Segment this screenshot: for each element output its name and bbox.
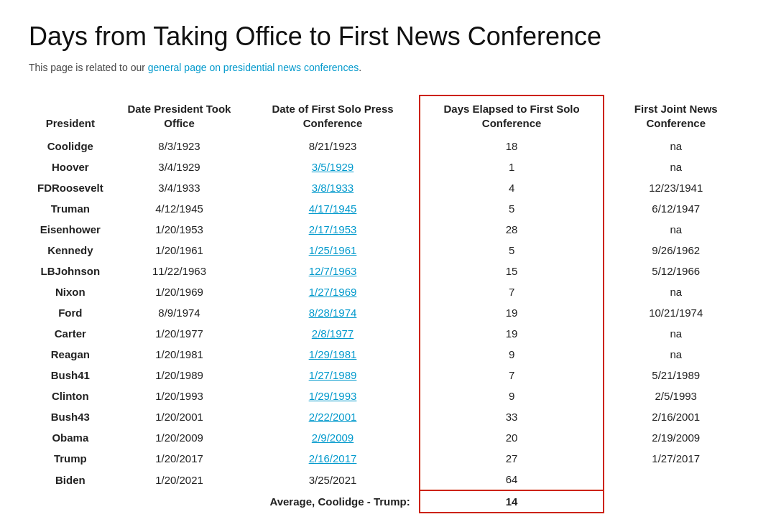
table-row: Biden1/20/20213/25/202164 [29, 469, 747, 490]
cell-took-office: 1/20/1981 [112, 344, 247, 365]
cell-president: Kennedy [29, 240, 112, 261]
col-header-president: President [29, 95, 112, 136]
cell-first-solo[interactable]: 1/29/1981 [246, 344, 419, 365]
cell-days-elapsed: 9 [420, 386, 604, 406]
first-solo-link[interactable]: 2/8/1977 [312, 327, 354, 340]
cell-first-solo[interactable]: 4/17/1945 [246, 198, 419, 219]
cell-first-solo[interactable]: 1/25/1961 [246, 240, 419, 261]
cell-first-solo: 3/25/2021 [246, 469, 419, 490]
average-empty-3 [604, 490, 747, 513]
average-days: 14 [420, 490, 604, 513]
cell-took-office: 8/9/1974 [112, 302, 247, 323]
cell-first-solo[interactable]: 1/27/1969 [246, 281, 419, 302]
cell-first-solo[interactable]: 3/8/1933 [246, 177, 419, 198]
cell-first-joint: na [604, 157, 747, 177]
cell-days-elapsed: 4 [420, 177, 604, 198]
cell-first-solo[interactable]: 8/28/1974 [246, 302, 419, 323]
cell-first-joint: 2/5/1993 [604, 386, 747, 406]
cell-first-solo[interactable]: 1/27/1989 [246, 365, 419, 386]
first-solo-link[interactable]: 12/7/1963 [309, 265, 357, 277]
cell-first-solo[interactable]: 2/9/2009 [246, 427, 419, 448]
cell-president: FDRoosevelt [29, 177, 112, 198]
cell-first-solo[interactable]: 2/22/2001 [246, 406, 419, 427]
cell-took-office: 1/20/2009 [112, 427, 247, 448]
first-solo-link[interactable]: 2/22/2001 [309, 411, 357, 423]
cell-days-elapsed: 15 [420, 261, 604, 281]
table-row: Reagan1/20/19811/29/19819na [29, 344, 747, 365]
subtitle-text-after: . [359, 62, 361, 73]
cell-first-joint: 10/21/1974 [604, 302, 747, 323]
cell-took-office: 1/20/1989 [112, 365, 247, 386]
first-solo-link[interactable]: 3/5/1929 [312, 161, 354, 173]
col-header-days-elapsed: Days Elapsed to First Solo Conference [420, 95, 604, 136]
cell-took-office: 4/12/1945 [112, 198, 247, 219]
cell-president: Carter [29, 323, 112, 344]
cell-first-joint: 1/27/2017 [604, 448, 747, 469]
cell-took-office: 3/4/1929 [112, 157, 247, 177]
cell-president: Eisenhower [29, 219, 112, 240]
cell-president: Bush43 [29, 406, 112, 427]
cell-took-office: 1/20/2021 [112, 469, 247, 490]
cell-first-joint: 12/23/1941 [604, 177, 747, 198]
cell-first-solo[interactable]: 2/17/1953 [246, 219, 419, 240]
average-label: Average, Coolidge - Trump: [246, 490, 419, 513]
cell-took-office: 1/20/1969 [112, 281, 247, 302]
cell-first-joint [604, 469, 747, 490]
first-solo-link[interactable]: 1/27/1969 [309, 286, 357, 298]
average-row: Average, Coolidge - Trump:14 [29, 490, 747, 513]
subtitle: This page is related to our general page… [29, 62, 747, 73]
cell-president: Coolidge [29, 136, 112, 157]
table-row: Eisenhower1/20/19532/17/195328na [29, 219, 747, 240]
cell-days-elapsed: 9 [420, 344, 604, 365]
cell-took-office: 3/4/1933 [112, 177, 247, 198]
cell-president: Bush41 [29, 365, 112, 386]
cell-first-solo[interactable]: 2/8/1977 [246, 323, 419, 344]
table-row: LBJohnson11/22/196312/7/1963155/12/1966 [29, 261, 747, 281]
cell-first-joint: na [604, 281, 747, 302]
table-row: Kennedy1/20/19611/25/196159/26/1962 [29, 240, 747, 261]
col-header-took-office: Date President Took Office [112, 95, 247, 136]
cell-first-joint: na [604, 136, 747, 157]
cell-first-joint: 2/16/2001 [604, 406, 747, 427]
cell-first-joint: 2/19/2009 [604, 427, 747, 448]
cell-days-elapsed: 5 [420, 198, 604, 219]
cell-took-office: 1/20/1953 [112, 219, 247, 240]
cell-first-solo[interactable]: 12/7/1963 [246, 261, 419, 281]
first-solo-link[interactable]: 1/29/1981 [309, 348, 357, 360]
first-solo-link[interactable]: 2/16/2017 [309, 452, 357, 465]
cell-took-office: 1/20/1977 [112, 323, 247, 344]
cell-first-joint: 9/26/1962 [604, 240, 747, 261]
first-solo-link[interactable]: 1/29/1993 [309, 390, 357, 402]
cell-days-elapsed: 18 [420, 136, 604, 157]
cell-first-joint: na [604, 344, 747, 365]
table-row: Nixon1/20/19691/27/19697na [29, 281, 747, 302]
cell-first-joint: na [604, 323, 747, 344]
general-page-link[interactable]: general page on presidential news confer… [148, 62, 359, 73]
first-solo-link[interactable]: 2/9/2009 [312, 431, 354, 444]
table-row: Trump1/20/20172/16/2017271/27/2017 [29, 448, 747, 469]
first-solo-link[interactable]: 3/8/1933 [312, 182, 354, 194]
col-header-first-solo: Date of First Solo Press Conference [246, 95, 419, 136]
table-row: Bush431/20/20012/22/2001332/16/2001 [29, 406, 747, 427]
first-solo-link[interactable]: 1/27/1989 [309, 369, 357, 381]
first-solo-link[interactable]: 8/28/1974 [309, 307, 357, 319]
cell-days-elapsed: 27 [420, 448, 604, 469]
table-row: Hoover3/4/19293/5/19291na [29, 157, 747, 177]
cell-first-solo[interactable]: 1/29/1993 [246, 386, 419, 406]
cell-took-office: 8/3/1923 [112, 136, 247, 157]
first-solo-link[interactable]: 4/17/1945 [309, 202, 357, 215]
first-solo-link[interactable]: 2/17/1953 [309, 223, 357, 235]
cell-days-elapsed: 7 [420, 281, 604, 302]
cell-first-solo[interactable]: 2/16/2017 [246, 448, 419, 469]
table-row: FDRoosevelt3/4/19333/8/1933412/23/1941 [29, 177, 747, 198]
average-empty-2 [112, 490, 247, 513]
cell-days-elapsed: 5 [420, 240, 604, 261]
table-row: Carter1/20/19772/8/197719na [29, 323, 747, 344]
cell-took-office: 1/20/1993 [112, 386, 247, 406]
cell-first-solo[interactable]: 3/5/1929 [246, 157, 419, 177]
cell-days-elapsed: 1 [420, 157, 604, 177]
cell-took-office: 11/22/1963 [112, 261, 247, 281]
cell-days-elapsed: 28 [420, 219, 604, 240]
table-row: Truman4/12/19454/17/194556/12/1947 [29, 198, 747, 219]
first-solo-link[interactable]: 1/25/1961 [309, 244, 357, 256]
